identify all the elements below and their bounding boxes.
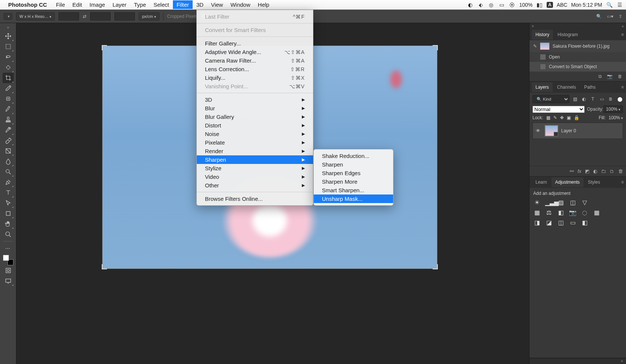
crop-handle-tr[interactable] <box>432 45 438 51</box>
zoom-tool[interactable] <box>3 229 14 240</box>
filter-stylize[interactable]: Stylize▶ <box>197 164 313 172</box>
mask-icon[interactable]: ◩ <box>585 168 589 174</box>
tab-history[interactable]: History <box>532 30 553 39</box>
filter-blur[interactable]: Blur▶ <box>197 104 313 113</box>
filter-toggle-icon[interactable]: ⬤ <box>616 96 623 102</box>
share-icon[interactable]: ⇪ <box>619 14 622 19</box>
healing-tool[interactable] <box>3 94 14 104</box>
history-document-row[interactable]: ✎ Sakura Flower-before (1).jpg <box>529 40 626 52</box>
crop-width-input[interactable] <box>59 12 79 20</box>
panel-menu-icon[interactable]: ≡ <box>621 32 624 37</box>
panel-close-icon[interactable]: × <box>532 24 534 28</box>
filter-camera-raw[interactable]: Camera Raw Filter...⇧⌘A <box>197 56 313 65</box>
new-doc-from-state-icon[interactable]: ⧉ <box>598 74 602 79</box>
battery-percent[interactable]: 100% <box>519 2 532 8</box>
menu-filter[interactable]: Filter <box>173 0 193 9</box>
layer-row[interactable]: 👁 Layer 0 <box>532 123 623 139</box>
menu-image[interactable]: Image <box>86 0 109 9</box>
spotlight-icon[interactable]: 🔍 <box>606 2 613 8</box>
layer-name[interactable]: Layer 0 <box>561 128 576 133</box>
blend-mode-dropdown[interactable]: Normal <box>532 106 585 113</box>
brush-tool[interactable] <box>3 104 14 114</box>
filter-sharpen[interactable]: Sharpen▶ <box>197 155 313 164</box>
workspace-icon[interactable]: ▭▾ <box>607 14 613 19</box>
tab-channels[interactable]: Channels <box>553 82 580 92</box>
clock[interactable]: Mon 5:12 PM <box>571 2 602 8</box>
type-tool[interactable] <box>3 187 14 198</box>
gradmap-icon[interactable]: ▭ <box>569 219 576 226</box>
history-step[interactable]: Convert to Smart Object <box>529 62 626 72</box>
search-icon[interactable]: 🔍 <box>596 14 602 19</box>
filter-adjust-icon[interactable]: ◐ <box>581 96 587 102</box>
tab-histogram[interactable]: Histogram <box>554 30 582 39</box>
crop-handle-br[interactable] <box>432 263 438 269</box>
crop-unit-dropdown[interactable]: px/cm <box>139 12 159 20</box>
menu-select[interactable]: Select <box>150 0 173 9</box>
menu-edit[interactable]: Edit <box>69 0 86 9</box>
crop-tool[interactable] <box>3 73 14 83</box>
lasso-tool[interactable] <box>3 52 14 62</box>
adjustment-layer-icon[interactable]: ◐ <box>593 168 597 174</box>
filter-pixel-icon[interactable]: ▧ <box>572 96 578 102</box>
tab-layers[interactable]: Layers <box>532 82 553 92</box>
menu-window[interactable]: Window <box>227 0 254 9</box>
input-badge[interactable]: A <box>547 2 553 8</box>
hand-tool[interactable] <box>3 219 14 229</box>
filter-blur-gallery[interactable]: Blur Gallery▶ <box>197 113 313 121</box>
sharpen-smart[interactable]: Smart Sharpen... <box>314 186 393 194</box>
posterize-icon[interactable]: ◪ <box>545 219 553 226</box>
bw-icon[interactable]: ◧ <box>557 209 565 216</box>
dodge-tool[interactable] <box>3 167 14 177</box>
sharpen-more[interactable]: Sharpen More <box>314 177 393 186</box>
menu-layer[interactable]: Layer <box>109 0 130 9</box>
filter-lens-correction[interactable]: Lens Correction...⇧⌘R <box>197 65 313 73</box>
panel-menu-icon[interactable]: ≡ <box>621 85 624 90</box>
wifi-icon[interactable]: ⦿ <box>509 2 515 8</box>
filter-type-icon[interactable]: T <box>589 96 596 102</box>
crop-handle-bl[interactable] <box>102 263 108 269</box>
cc-icon[interactable]: ◎ <box>488 2 494 8</box>
edit-toolbar-tool[interactable]: ⋯ <box>3 243 14 253</box>
gradient-tool[interactable] <box>3 146 14 156</box>
eyedropper-tool[interactable] <box>3 83 14 94</box>
delete-state-icon[interactable]: 🗑 <box>618 74 622 79</box>
menu-file[interactable]: File <box>52 0 69 9</box>
snapshot-icon[interactable]: 📷 <box>607 74 613 79</box>
battery-icon[interactable]: ▮▯ <box>536 2 543 8</box>
filter-pixelate[interactable]: Pixelate▶ <box>197 138 313 147</box>
curves-icon[interactable]: ▨ <box>557 199 565 206</box>
filter-adaptive-wide[interactable]: Adaptive Wide Angle...⌥⇧⌘A <box>197 48 313 56</box>
sharpen-sharpen[interactable]: Sharpen <box>314 160 393 169</box>
selective-icon[interactable]: ◧ <box>581 219 588 226</box>
levels-icon[interactable]: ▁▃▅ <box>545 199 553 206</box>
tab-paths[interactable]: Paths <box>581 82 600 92</box>
history-brush-tool[interactable] <box>3 125 14 135</box>
delete-layer-icon[interactable]: 🗑 <box>618 168 623 174</box>
filter-render[interactable]: Render▶ <box>197 147 313 155</box>
lock-artboard-icon[interactable]: ▣ <box>567 115 571 120</box>
filter-vanishing[interactable]: Vanishing Point...⌥⌘V <box>197 82 313 91</box>
screen-mode-tool[interactable] <box>3 276 14 286</box>
marquee-tool[interactable] <box>3 41 14 52</box>
filter-smart-icon[interactable]: 🗎 <box>607 96 614 102</box>
group-icon[interactable]: 🗀 <box>601 168 606 174</box>
layer-thumb[interactable] <box>545 125 558 136</box>
move-tool[interactable] <box>3 31 14 41</box>
airplay-icon[interactable]: ▭ <box>498 2 505 8</box>
layer-filter-kind[interactable]: 🔍 Kind <box>532 95 569 103</box>
filter-distort[interactable]: Distort▶ <box>197 121 313 130</box>
stamp-tool[interactable] <box>3 114 14 125</box>
menu-view[interactable]: View <box>207 0 227 9</box>
link-layers-icon[interactable]: ⚯ <box>570 168 574 174</box>
balance-icon[interactable]: ⚖ <box>545 209 553 216</box>
quick-select-tool[interactable] <box>3 62 14 73</box>
sharpen-unsharp-mask[interactable]: Unsharp Mask... <box>314 194 393 203</box>
filter-gallery[interactable]: Filter Gallery... <box>197 39 313 48</box>
hue-icon[interactable]: ▦ <box>533 209 541 216</box>
filter-shape-icon[interactable]: ▭ <box>598 96 605 102</box>
tab-adjustments[interactable]: Adjustments <box>551 177 584 187</box>
new-layer-icon[interactable]: 🗅 <box>610 168 614 174</box>
filter-other[interactable]: Other▶ <box>197 181 313 190</box>
quick-mask-tool[interactable] <box>3 265 14 276</box>
crop-preset-dropdown[interactable]: W x H x Reso… <box>16 12 55 20</box>
